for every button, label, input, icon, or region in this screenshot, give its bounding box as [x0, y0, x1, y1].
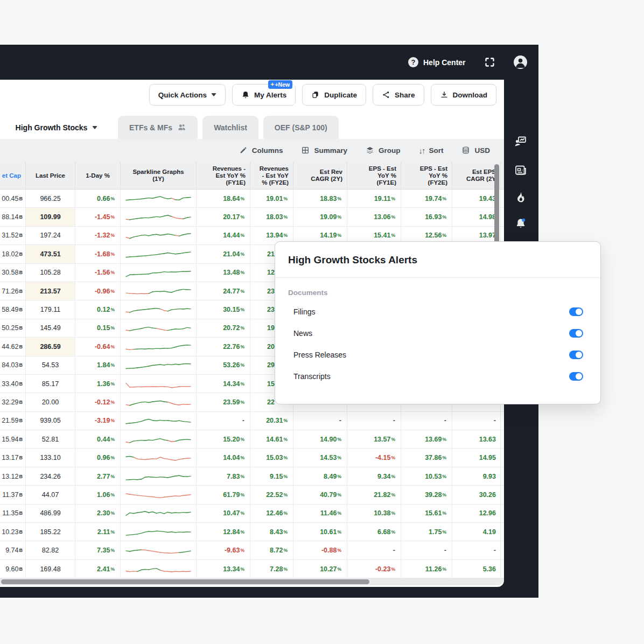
last-price-cell: 52.81 — [26, 430, 75, 448]
column-header[interactable]: Last Price — [26, 162, 75, 190]
table-row[interactable]: 15.94B52.810.44%15.20%14.61%14.90%13.57%… — [0, 430, 504, 449]
press-releases-toggle[interactable] — [569, 351, 583, 359]
metric-cell: 53.26% — [197, 356, 250, 374]
metric-cell: 9.15% — [250, 467, 293, 485]
one-day-change-cell: -3.19% — [75, 412, 121, 430]
tab-high-growth-stocks[interactable]: High Growth Stocks — [0, 116, 113, 139]
column-header[interactable]: EPS - EstYoY %(FY2E) — [401, 162, 452, 190]
fullscreen-icon[interactable] — [484, 57, 495, 68]
column-header[interactable]: 1-Day % — [75, 162, 121, 190]
sparkline-cell — [121, 467, 197, 485]
last-price-cell: 169.48 — [26, 560, 75, 578]
user-avatar[interactable] — [514, 55, 527, 69]
sparkline-chart — [125, 377, 192, 391]
tab-etfs-mfs[interactable]: ETFs & MFs — [118, 116, 198, 139]
metric-cell: 8.43% — [250, 523, 293, 541]
tab-watchlist[interactable]: Watchlist — [202, 116, 258, 139]
metric-cell: 30.26 — [452, 486, 501, 503]
metric-cell: 19.01% — [250, 190, 293, 207]
column-header[interactable]: Est RevCAGR (2Y) — [293, 162, 347, 190]
table-row[interactable]: 9.60B169.482.41%13.34%7.28%10.27%-0.23%1… — [0, 560, 504, 578]
table-row[interactable]: 10.23B185.222.11%12.84%8.43%10.61%6.68%1… — [0, 523, 504, 541]
alerts-bell-icon[interactable] — [514, 217, 527, 230]
sparkline-chart — [125, 321, 192, 335]
presenter-icon[interactable] — [514, 135, 527, 148]
table-row[interactable]: 88.14B109.99-1.45%20.17%18.03%19.09%13.0… — [0, 208, 504, 226]
metric-cell: 13.57% — [347, 430, 401, 448]
toolbar-sort[interactable]: ↓↑Sort — [418, 146, 443, 155]
metric-cell: -4.15% — [347, 449, 401, 466]
market-cap-cell: 32.29B — [0, 393, 26, 411]
metric-cell: 12.96 — [452, 505, 501, 522]
toolbar-summary[interactable]: Summary — [301, 146, 347, 155]
duplicate-button[interactable]: Duplicate — [302, 84, 366, 106]
toolbar-group[interactable]: Group — [366, 146, 401, 155]
sparkline-chart — [125, 414, 192, 428]
news-icon[interactable] — [514, 164, 527, 177]
toggle-knob — [576, 373, 582, 380]
sparkline-cell — [121, 449, 197, 466]
grid-icon — [301, 146, 310, 155]
metric-cell: 14.95 — [452, 449, 501, 466]
column-header[interactable]: Revenues- Est YoY% (FY2E) — [250, 162, 293, 190]
last-price-cell: 234.26 — [26, 467, 75, 485]
table-row[interactable]: 11.35B486.992.30%10.47%12.46%11.46%10.38… — [0, 505, 504, 523]
quick-actions-button[interactable]: Quick Actions — [149, 84, 226, 106]
tab-oef-s-p-100-[interactable]: OEF (S&P 100) — [263, 116, 339, 139]
horizontal-scrollbar[interactable] — [0, 578, 504, 585]
table-row[interactable]: 11.37B44.071.06%61.79%22.52%40.79%21.82%… — [0, 486, 504, 504]
column-header[interactable]: Revenues -Est YoY %(FY1E) — [197, 162, 250, 190]
metric-cell: 13.34% — [197, 560, 250, 578]
metric-cell: 14.61% — [250, 430, 293, 448]
last-price-cell: 133.10 — [26, 449, 75, 466]
market-cap-cell: 00.45B — [0, 190, 26, 207]
market-cap-cell: 31.52B — [0, 227, 26, 244]
tab-label: High Growth Stocks — [16, 123, 88, 132]
horizontal-scrollbar-thumb[interactable] — [1, 579, 369, 584]
toggle-knob — [576, 309, 582, 315]
metric-cell: 8.72% — [250, 541, 293, 559]
table-row[interactable]: 21.59B939.05-3.19%-20.31%---- — [0, 412, 504, 430]
metric-cell: - — [401, 541, 452, 559]
metric-cell: 21.04% — [197, 245, 250, 263]
column-header[interactable]: EPS - EstYoY %(FY1E) — [347, 162, 401, 190]
column-header[interactable]: Sparkline Graphs(1Y) — [121, 162, 197, 190]
news-toggle[interactable] — [569, 329, 583, 338]
sparkline-cell — [121, 356, 197, 374]
last-price-cell: 44.07 — [26, 486, 75, 503]
table-row[interactable]: 9.74B82.827.35%-9.63%8.72%-0.88%--- — [0, 541, 504, 559]
market-cap-cell: 58.49B — [0, 300, 26, 318]
toolbar-label: Sort — [429, 146, 443, 155]
transcripts-toggle[interactable] — [569, 372, 583, 381]
one-day-change-cell: 0.15% — [75, 319, 121, 337]
column-header[interactable]: et Cap — [0, 162, 26, 190]
filings-toggle[interactable] — [569, 307, 583, 316]
sparkline-cell — [121, 375, 197, 393]
last-price-cell: 473.51 — [26, 245, 75, 263]
market-cap-cell: 71.26B — [0, 282, 26, 300]
help-center-label: Help Center — [423, 58, 466, 67]
table-row[interactable]: 00.45B966.250.66%18.64%19.01%18.83%19.11… — [0, 190, 504, 208]
help-center-button[interactable]: ? Help Center — [408, 45, 466, 80]
column-header[interactable]: Est EPSCAGR (2Y — [452, 162, 501, 190]
toolbar-usd[interactable]: USD — [461, 146, 490, 155]
my-alerts-button[interactable]: ✦+New My Alerts — [232, 84, 296, 106]
share-button[interactable]: Share — [373, 84, 424, 106]
one-day-change-cell: 0.66% — [75, 190, 121, 207]
sparkline-cell — [121, 338, 197, 355]
last-price-cell: 213.57 — [26, 282, 75, 300]
metric-cell: 10.47% — [197, 505, 250, 522]
toolbar-columns[interactable]: Columns — [239, 146, 283, 155]
table-row[interactable]: 13.17B133.100.96%14.04%15.03%14.53%-4.15… — [0, 449, 504, 467]
metric-cell: 13.69% — [401, 430, 452, 448]
chevron-down-icon — [211, 93, 216, 96]
last-price-cell: 82.82 — [26, 541, 75, 559]
flame-icon[interactable] — [514, 191, 527, 204]
toolbar-label: USD — [474, 146, 490, 155]
download-button[interactable]: Download — [431, 84, 497, 106]
modal-title: High Growth Stocks Alerts — [275, 242, 600, 266]
sparkline-chart — [125, 228, 192, 242]
table-row[interactable]: 13.12B234.262.77%7.83%9.15%8.49%9.34%10.… — [0, 467, 504, 486]
alert-option-filings: Filings — [293, 301, 583, 323]
toolbar-label: Columns — [252, 146, 283, 155]
